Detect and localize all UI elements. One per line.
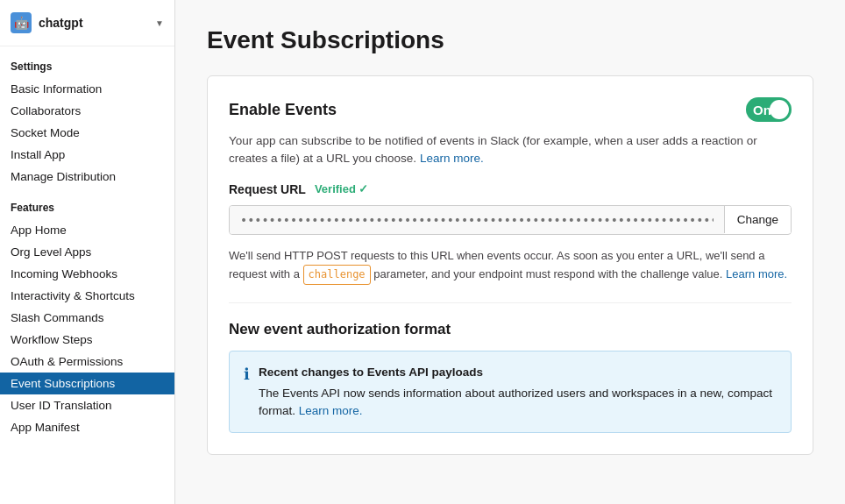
app-name: chatgpt (39, 16, 148, 30)
enable-events-toggle[interactable]: On (746, 97, 792, 122)
info-box-title: Recent changes to Events API payloads (259, 364, 777, 381)
sidebar-item-event-subscriptions[interactable]: Event Subscriptions (0, 373, 174, 394)
sidebar-item-socket-mode[interactable]: Socket Mode (0, 122, 174, 144)
new-format-learn-more-link[interactable]: Learn more. (299, 404, 363, 417)
sidebar-item-slash-commands[interactable]: Slash Commands (0, 307, 174, 329)
learn-more-link-1[interactable]: Learn more. (420, 152, 484, 165)
change-button[interactable]: Change (724, 206, 791, 233)
sidebar-item-app-home[interactable]: App Home (0, 219, 174, 241)
page-title: Event Subscriptions (207, 26, 813, 54)
info-circle-icon: ℹ (244, 365, 250, 384)
section-divider (229, 302, 792, 303)
sidebar-item-workflow-steps[interactable]: Workflow Steps (0, 329, 174, 351)
verified-check-icon: ✓ (359, 182, 368, 195)
info-box-content: Recent changes to Events API payloads Th… (259, 364, 777, 420)
toggle-on-label: On (753, 103, 771, 117)
app-icon: 🤖 (11, 12, 32, 33)
sidebar-item-user-id-translation[interactable]: User ID Translation (0, 394, 174, 416)
main-content: Event Subscriptions Enable Events On You… (175, 0, 845, 504)
new-format-title: New event authorization format (229, 321, 792, 338)
info-box-text: The Events API now sends information abo… (259, 385, 777, 421)
enable-events-title: Enable Events (229, 101, 337, 119)
sidebar-item-app-manifest[interactable]: App Manifest (0, 416, 174, 438)
sidebar-item-install-app[interactable]: Install App (0, 144, 174, 166)
settings-section-label: Settings (0, 46, 174, 78)
features-section-label: Features (0, 188, 174, 219)
request-url-row: Request URL Verified ✓ (229, 182, 792, 196)
learn-more-link-2[interactable]: Learn more. (726, 267, 787, 280)
sidebar-item-org-level-apps[interactable]: Org Level Apps (0, 241, 174, 263)
sidebar-item-collaborators[interactable]: Collaborators (0, 100, 174, 122)
sidebar-item-interactivity-shortcuts[interactable]: Interactivity & Shortcuts (0, 285, 174, 307)
enable-events-description: Your app can subscribe to be notified of… (229, 132, 792, 168)
request-url-input[interactable] (230, 206, 724, 234)
verified-label: Verified (315, 182, 356, 195)
sidebar-item-oauth-permissions[interactable]: OAuth & Permissions (0, 351, 174, 373)
toggle-knob (770, 100, 789, 119)
url-input-row: Change (229, 205, 792, 235)
enable-events-card: Enable Events On Your app can subscribe … (207, 75, 813, 455)
info-text-part2: parameter, and your endpoint must respon… (373, 267, 722, 280)
challenge-badge: challenge (303, 265, 371, 285)
request-url-info-text: We'll send HTTP POST requests to this UR… (229, 247, 792, 286)
verified-badge: Verified ✓ (315, 182, 368, 195)
sidebar: 🤖 chatgpt ▼ Settings Basic Information C… (0, 0, 175, 504)
enable-events-header: Enable Events On (229, 97, 792, 122)
toggle-container[interactable]: On (746, 97, 792, 122)
description-text: Your app can subscribe to be notified of… (229, 134, 757, 165)
dropdown-arrow-icon: ▼ (155, 18, 164, 28)
sidebar-item-manage-distribution[interactable]: Manage Distribution (0, 166, 174, 188)
info-box: ℹ Recent changes to Events API payloads … (229, 351, 792, 433)
sidebar-item-incoming-webhooks[interactable]: Incoming Webhooks (0, 263, 174, 285)
request-url-label: Request URL (229, 182, 306, 196)
app-header[interactable]: 🤖 chatgpt ▼ (0, 0, 174, 46)
sidebar-item-basic-information[interactable]: Basic Information (0, 78, 174, 100)
